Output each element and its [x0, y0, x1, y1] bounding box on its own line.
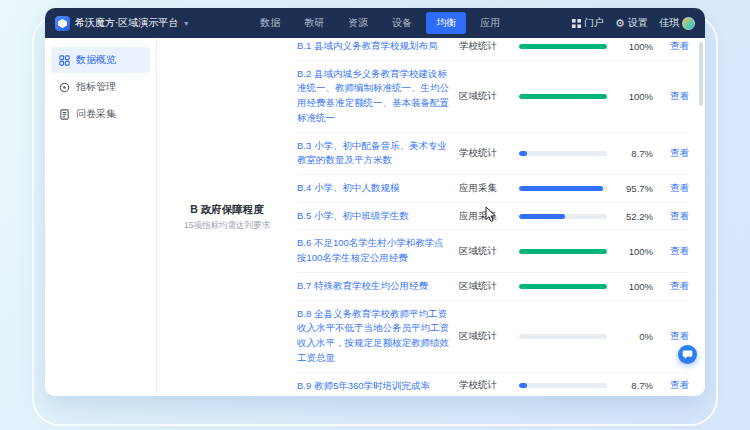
- survey-doc-icon: [59, 109, 70, 120]
- progress-bar: [519, 214, 607, 219]
- nav-item-devices[interactable]: 设备: [382, 12, 422, 34]
- view-link[interactable]: 查看: [653, 379, 689, 392]
- gear-icon: ⚙: [615, 18, 625, 29]
- top-navigation: 数据 教研 资源 设备 均衡 应用: [250, 12, 510, 34]
- indicator-link[interactable]: B.4 小学、初中人数规模: [297, 181, 449, 196]
- vertical-scrollbar[interactable]: [699, 42, 703, 106]
- progress-track: [519, 186, 607, 191]
- table-row: B.7 特殊教育学校生均公用经费 区域统计 100% 查看: [297, 273, 689, 301]
- progress-track: [519, 284, 607, 289]
- view-link[interactable]: 查看: [653, 245, 689, 258]
- nav-item-apps[interactable]: 应用: [470, 12, 510, 34]
- progress-bar: [519, 186, 607, 191]
- progress-fill: [519, 186, 603, 191]
- indicator-name-cell: B.8 全县义务教育学校教师平均工资收入水平不低于当地公务员平均工资收入水平，按…: [297, 307, 459, 366]
- row-tag: 应用采集: [459, 182, 519, 195]
- sidebar-item-label: 指标管理: [76, 80, 116, 94]
- progress-track: [519, 249, 607, 254]
- row-tag: 学校统计: [459, 379, 519, 392]
- progress-fill: [519, 151, 527, 156]
- brand-title: 希沃魔方·区域演示平台: [75, 16, 178, 30]
- portal-label: 门户: [584, 16, 604, 30]
- row-tag: 区域统计: [459, 280, 519, 293]
- app-body: 数据概览 指标管理 问卷采集 B 政府保障程度 15项指标均需达到要求: [45, 38, 705, 396]
- sidebar-item-data-overview[interactable]: 数据概览: [51, 47, 150, 73]
- row-percent: 100%: [607, 41, 653, 52]
- indicator-name-cell: B.1 县域内义务教育学校规划布局: [297, 39, 459, 54]
- app-window: 希沃魔方·区域演示平台 ▾ 数据 教研 资源 设备 均衡 应用 门户 ⚙ 设置: [45, 8, 705, 396]
- sidebar-item-indicator-management[interactable]: 指标管理: [51, 74, 150, 100]
- indicator-link[interactable]: B.5 小学、初中班级学生数: [297, 209, 449, 224]
- indicator-link[interactable]: B.7 特殊教育学校生均公用经费: [297, 279, 449, 294]
- indicator-name-cell: B.5 小学、初中班级学生数: [297, 209, 459, 224]
- brand-logo-icon: [55, 16, 70, 31]
- settings-label: 设置: [628, 16, 648, 30]
- indicator-name-cell: B.3 小学、初中配备音乐、美术专业教室的数量及平方米数: [297, 139, 459, 168]
- view-link[interactable]: 查看: [653, 210, 689, 223]
- settings-button[interactable]: ⚙ 设置: [615, 16, 648, 30]
- table-row: B.3 小学、初中配备音乐、美术专业教室的数量及平方米数 学校统计 8.7% 查…: [297, 133, 689, 175]
- user-menu[interactable]: 佳琪: [659, 16, 695, 30]
- target-icon: [59, 82, 70, 93]
- table-row: B.8 全县义务教育学校教师平均工资收入水平不低于当地公务员平均工资收入水平，按…: [297, 301, 689, 373]
- row-percent: 100%: [607, 281, 653, 292]
- nav-item-resources[interactable]: 资源: [338, 12, 378, 34]
- row-percent: 95.7%: [607, 183, 653, 194]
- view-link[interactable]: 查看: [653, 90, 689, 103]
- chat-bubble-icon: [682, 349, 693, 360]
- sidebar-item-survey-collection[interactable]: 问卷采集: [51, 101, 150, 127]
- sidebar-item-label: 数据概览: [76, 53, 116, 67]
- main-content: B 政府保障程度 15项指标均需达到要求 B.1 县域内义务教育学校规划布局 学…: [157, 38, 705, 396]
- row-tag: 学校统计: [459, 147, 519, 160]
- group-subtitle: 15项指标均需达到要求: [184, 220, 270, 232]
- view-link[interactable]: 查看: [653, 330, 689, 343]
- table-row: B.5 小学、初中班级学生数 应用采集 52.2% 查看: [297, 203, 689, 231]
- row-percent: 0%: [607, 331, 653, 342]
- progress-fill: [519, 44, 607, 49]
- view-link[interactable]: 查看: [653, 182, 689, 195]
- group-cell: B 政府保障程度 15项指标均需达到要求: [157, 38, 297, 396]
- table-row: B.1 县域内义务教育学校规划布局 学校统计 100% 查看: [297, 38, 689, 61]
- view-link[interactable]: 查看: [653, 280, 689, 293]
- sidebar: 数据概览 指标管理 问卷采集: [45, 38, 157, 396]
- progress-bar: [519, 94, 607, 99]
- nav-item-research[interactable]: 教研: [294, 12, 334, 34]
- progress-bar: [519, 284, 607, 289]
- view-link[interactable]: 查看: [653, 40, 689, 53]
- indicator-link[interactable]: B.3 小学、初中配备音乐、美术专业教室的数量及平方米数: [297, 139, 449, 168]
- row-percent: 100%: [607, 91, 653, 102]
- progress-track: [519, 334, 607, 339]
- progress-bar: [519, 383, 607, 388]
- progress-bar: [519, 151, 607, 156]
- portal-button[interactable]: 门户: [572, 16, 604, 30]
- user-name: 佳琪: [659, 16, 679, 30]
- table-row: B.2 县域内城乡义务教育学校建设标准统一、教师编制标准统一、生均公用经费基准定…: [297, 61, 689, 133]
- row-tag: 区域统计: [459, 245, 519, 258]
- indicator-link[interactable]: B.8 全县义务教育学校教师平均工资收入水平不低于当地公务员平均工资收入水平，按…: [297, 307, 449, 366]
- indicator-link[interactable]: B.1 县域内义务教育学校规划布局: [297, 39, 449, 54]
- progress-bar: [519, 44, 607, 49]
- progress-fill: [519, 383, 527, 388]
- progress-fill: [519, 94, 607, 99]
- table-row: B.9 教师5年360学时培训完成率 学校统计 8.7% 查看: [297, 373, 689, 397]
- indicator-name-cell: B.7 特殊教育学校生均公用经费: [297, 279, 459, 294]
- progress-fill: [519, 214, 565, 219]
- indicator-link[interactable]: B.9 教师5年360学时培训完成率: [297, 379, 449, 394]
- chat-button[interactable]: [678, 345, 697, 364]
- view-link[interactable]: 查看: [653, 147, 689, 160]
- nav-item-data[interactable]: 数据: [250, 12, 290, 34]
- progress-bar: [519, 249, 607, 254]
- nav-item-balance[interactable]: 均衡: [426, 12, 466, 34]
- indicator-link[interactable]: B.2 县域内城乡义务教育学校建设标准统一、教师编制标准统一、生均公用经费基准定…: [297, 67, 449, 126]
- caret-down-icon: ▾: [184, 19, 188, 28]
- indicator-link[interactable]: B.6 不足100名学生村小学和教学点按100名学生核定公用经费: [297, 236, 449, 265]
- row-percent: 8.7%: [607, 380, 653, 391]
- progress-track: [519, 383, 607, 388]
- progress-track: [519, 214, 607, 219]
- brand[interactable]: 希沃魔方·区域演示平台 ▾: [55, 16, 188, 31]
- row-percent: 8.7%: [607, 148, 653, 159]
- indicator-name-cell: B.2 县域内城乡义务教育学校建设标准统一、教师编制标准统一、生均公用经费基准定…: [297, 67, 459, 126]
- row-tag: 区域统计: [459, 90, 519, 103]
- row-percent: 52.2%: [607, 211, 653, 222]
- portal-grid-icon: [572, 19, 581, 28]
